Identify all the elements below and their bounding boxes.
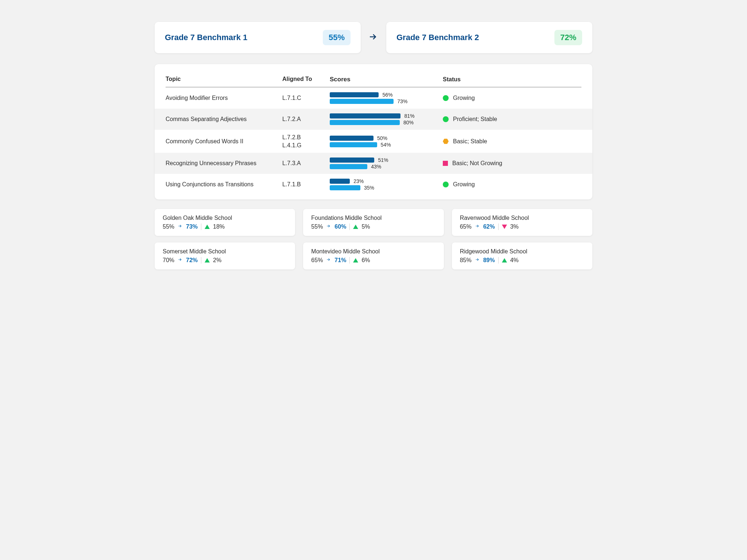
score-bar-before (330, 92, 379, 97)
topic-cell: Recognizing Unnecessary Phrases (166, 160, 282, 167)
aligned-cell: L.7.1.C (282, 94, 330, 102)
table-row[interactable]: Using Conjunctions as TransitionsL.7.1.B… (166, 174, 581, 195)
table-row[interactable]: Commonly Confused Words IIL.7.2.BL.4.1.G… (166, 130, 581, 153)
triangle-up-icon (205, 225, 210, 229)
status-label: Basic; Stable (453, 138, 487, 145)
score-bar-before (330, 136, 374, 141)
col-header-scores: Scores (330, 76, 443, 83)
status-label: Growing (453, 95, 475, 101)
benchmark-title: Grade 7 Benchmark 2 (396, 33, 479, 42)
status-cell: Basic; Stable (443, 138, 581, 145)
school-to-percent: 73% (186, 223, 198, 230)
benchmark-card-before[interactable]: Grade 7 Benchmark 1 55% (155, 22, 361, 53)
status-dot-icon (443, 95, 449, 101)
score-bar-before (330, 158, 374, 163)
scores-cell: 50%54% (330, 135, 443, 148)
table-row[interactable]: Commas Separating AdjectivesL.7.2.A81%80… (155, 109, 592, 130)
benchmark-percent: 55% (323, 30, 351, 45)
aligned-cell: L.7.2.A (282, 115, 330, 123)
school-card[interactable]: Ridgewood Middle School85%89%4% (452, 242, 592, 269)
triangle-down-icon (502, 225, 507, 229)
col-header-topic: Topic (166, 76, 282, 83)
school-card[interactable]: Ravenwood Middle School65%62%3% (452, 209, 592, 236)
score-bar-label: 51% (378, 157, 388, 163)
school-name: Ridgewood Middle School (460, 248, 584, 255)
school-to-percent: 72% (186, 257, 198, 264)
school-stats: 55%73%18% (163, 223, 287, 230)
scores-cell: 51%43% (330, 156, 443, 170)
school-from-percent: 85% (460, 257, 472, 264)
topic-cell: Commonly Confused Words II (166, 138, 282, 145)
topic-cell: Using Conjunctions as Transitions (166, 181, 282, 188)
school-from-percent: 65% (311, 257, 323, 264)
topics-table: Topic Aligned To Scores Status Avoiding … (155, 64, 592, 199)
school-card[interactable]: Foundations Middle School55%60%5% (303, 209, 444, 236)
school-from-percent: 55% (163, 223, 174, 230)
score-bar-after (330, 185, 360, 190)
school-delta: 5% (361, 223, 370, 230)
school-to-percent: 60% (334, 223, 346, 230)
score-bar-after (330, 164, 367, 169)
scores-cell: 23%35% (330, 178, 443, 191)
school-name: Golden Oak Middle School (163, 215, 287, 221)
arrow-right-icon (368, 31, 379, 44)
status-dot-icon (443, 182, 449, 187)
benchmark-row: Grade 7 Benchmark 1 55% Grade 7 Benchmar… (155, 22, 592, 53)
arrow-right-icon (475, 223, 480, 230)
table-row[interactable]: Recognizing Unnecessary PhrasesL.7.3.A51… (155, 153, 592, 174)
score-bar-label: 43% (371, 164, 381, 170)
school-from-percent: 65% (460, 223, 472, 230)
col-header-aligned: Aligned To (282, 76, 330, 83)
triangle-up-icon (502, 258, 507, 262)
aligned-cell: L.7.1.B (282, 180, 330, 188)
school-card[interactable]: Golden Oak Middle School55%73%18% (155, 209, 295, 236)
school-delta: 6% (361, 257, 370, 264)
divider (498, 223, 499, 230)
arrow-right-icon (178, 257, 183, 264)
school-card[interactable]: Montevideo Middle School65%71%6% (303, 242, 444, 269)
status-hex-icon (443, 139, 449, 144)
score-bar-label: 56% (382, 92, 392, 98)
status-square-icon (443, 161, 448, 166)
status-cell: Growing (443, 95, 581, 101)
arrow-right-icon (326, 223, 331, 230)
school-to-percent: 62% (483, 223, 495, 230)
divider (201, 257, 201, 264)
arrow-right-icon (475, 257, 480, 264)
arrow-right-icon (326, 257, 331, 264)
triangle-up-icon (353, 225, 358, 229)
divider (498, 257, 499, 264)
status-cell: Proficient; Stable (443, 116, 581, 122)
score-bar-label: 54% (381, 142, 391, 148)
scores-cell: 81%80% (330, 112, 443, 126)
col-header-status: Status (443, 76, 581, 83)
score-bar-label: 23% (353, 178, 364, 184)
school-stats: 65%62%3% (460, 223, 584, 230)
school-to-percent: 89% (483, 257, 495, 264)
school-from-percent: 55% (311, 223, 323, 230)
score-bar-before (330, 113, 400, 118)
topic-cell: Commas Separating Adjectives (166, 116, 282, 122)
table-header: Topic Aligned To Scores Status (166, 74, 581, 88)
aligned-cell: L.7.3.A (282, 159, 330, 167)
benchmark-card-after[interactable]: Grade 7 Benchmark 2 72% (386, 22, 592, 53)
score-bar-label: 50% (377, 135, 387, 141)
status-dot-icon (443, 116, 449, 122)
status-label: Basic; Not Growing (452, 160, 502, 167)
table-row[interactable]: Avoiding Modifier ErrorsL.7.1.C56%73%Gro… (166, 88, 581, 109)
score-bar-label: 73% (397, 98, 407, 104)
arrow-right-icon (178, 223, 183, 230)
topic-cell: Avoiding Modifier Errors (166, 95, 282, 101)
school-card[interactable]: Somerset Middle School70%72%2% (155, 242, 295, 269)
score-bar-after (330, 120, 400, 125)
divider (201, 223, 201, 230)
school-to-percent: 71% (334, 257, 346, 264)
school-stats: 55%60%5% (311, 223, 436, 230)
schools-grid: Golden Oak Middle School55%73%18%Foundat… (155, 209, 592, 269)
school-delta: 2% (213, 257, 221, 264)
school-delta: 4% (510, 257, 519, 264)
divider (349, 257, 350, 264)
scores-cell: 56%73% (330, 91, 443, 105)
school-name: Ravenwood Middle School (460, 215, 584, 221)
benchmark-title: Grade 7 Benchmark 1 (165, 33, 247, 42)
